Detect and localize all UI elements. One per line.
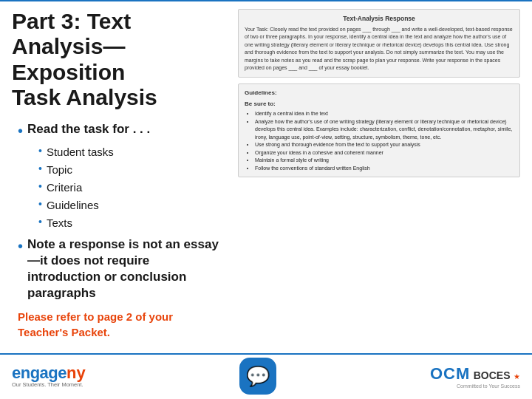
sub-dot: •: [38, 180, 42, 194]
sub-bullet-texts: • Texts: [38, 215, 226, 231]
student-tasks-label: Student tasks: [47, 144, 114, 160]
doc-title: Text-Analysis Response: [245, 14, 514, 23]
ny-text: ny: [66, 364, 86, 382]
list-item: Use strong and thorough evidence from th…: [255, 141, 514, 149]
bullet-dot-2: •: [18, 237, 23, 255]
slide: Part 3: Text Analysis—Exposition Task An…: [0, 0, 532, 399]
doc-box-upper: Text-Analysis Response Your Task: Closel…: [238, 9, 520, 78]
page-title: Part 3: Text Analysis—Exposition Task An…: [12, 9, 226, 111]
bullet-section: • Read the task for . . . • Student task…: [18, 121, 226, 309]
sub-bullet-guidelines: • Guidelines: [38, 197, 226, 213]
boces-text: BOCES: [474, 369, 511, 381]
tagline-text: Our Students. Their Moment.: [12, 382, 86, 388]
list-item: Identify a central idea in the text: [255, 110, 514, 118]
be-sure-label: Be sure to:: [245, 100, 514, 109]
star-icon: ★: [514, 372, 520, 381]
sub-bullet-criteria: • Criteria: [38, 180, 226, 195]
doc-box-lower: Guidelines: Be sure to: Identify a centr…: [238, 83, 520, 177]
list-item: Analyze how the author's use of one writ…: [255, 118, 514, 142]
guidelines-label: Guidelines: [47, 197, 99, 213]
sub-dot: •: [38, 144, 42, 159]
sub-bullets: • Student tasks • Topic • Criteria • Gui…: [38, 144, 226, 231]
list-item: Organize your ideas in a cohesive and co…: [255, 149, 514, 157]
refer-text: Please refer to page 2 of your Teacher's…: [18, 309, 226, 340]
ocm-logo: OCM BOCES ★ Committed to Your Success: [430, 364, 520, 389]
note-text: Note a response is not an essay—it does …: [27, 236, 226, 301]
guidelines-list: Identify a central idea in the text Anal…: [255, 110, 514, 172]
guidelines-title: Guidelines:: [245, 89, 514, 98]
criteria-label: Criteria: [47, 180, 82, 195]
main-bullet-1: • Read the task for . . .: [18, 121, 226, 140]
bottom-bar: engageny Our Students. Their Moment. 💬 O…: [0, 353, 532, 399]
ocm-tagline-text: Committed to Your Success: [457, 383, 520, 389]
sub-bullet-student-tasks: • Student tasks: [38, 144, 226, 160]
doc-paragraph: Your Task: Closely read the text provide…: [245, 26, 514, 72]
main-content: Part 3: Text Analysis—Exposition Task An…: [0, 1, 532, 353]
sub-dot: •: [38, 215, 42, 230]
chat-bubble-icon: 💬: [239, 358, 276, 395]
topic-label: Topic: [47, 162, 72, 177]
bullet-dot-1: •: [18, 122, 23, 140]
engage-brand: engageny: [12, 364, 86, 382]
engage-text: engage: [12, 364, 66, 382]
list-item: Maintain a formal style of writing: [255, 157, 514, 165]
right-column: Text-Analysis Response Your Task: Closel…: [238, 9, 520, 346]
read-task-text: Read the task for . . .: [27, 121, 150, 137]
ocm-text: OCM: [430, 364, 470, 383]
texts-label: Texts: [47, 215, 72, 231]
sub-dot: •: [38, 197, 42, 212]
note-bullet: • Note a response is not an essay—it doe…: [18, 236, 226, 301]
engage-logo: engageny Our Students. Their Moment.: [12, 364, 86, 388]
ocm-brand: OCM BOCES ★: [430, 364, 520, 383]
sub-bullet-topic: • Topic: [38, 162, 226, 177]
left-column: Part 3: Text Analysis—Exposition Task An…: [12, 9, 226, 346]
sub-dot: •: [38, 162, 42, 177]
list-item: Follow the conventions of standard writt…: [255, 165, 514, 173]
